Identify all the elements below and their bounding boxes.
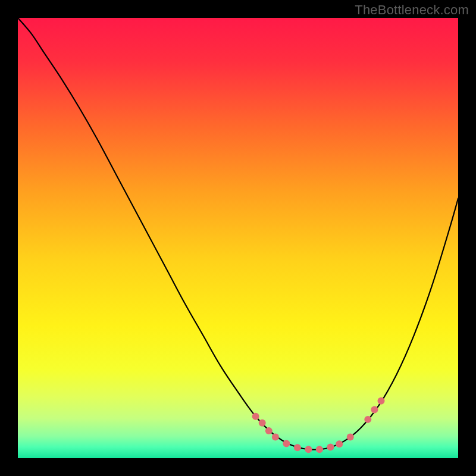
curve-marker <box>265 427 273 434</box>
plot-area <box>18 18 458 458</box>
attribution-text: TheBottleneck.com <box>355 2 469 18</box>
curve-marker <box>316 446 323 453</box>
curve-marker <box>283 440 290 447</box>
curve-marker <box>336 440 343 447</box>
curve-marker <box>272 433 279 440</box>
plot-svg <box>18 18 458 458</box>
curve-marker <box>378 397 385 405</box>
curve-marker <box>371 406 378 414</box>
curve-marker <box>259 419 266 427</box>
curve-marker <box>364 416 371 423</box>
curve-marker <box>347 433 354 440</box>
curve-marker <box>294 444 301 451</box>
curve-marker <box>305 446 312 453</box>
curve-marker <box>252 413 259 420</box>
curve-marker <box>327 444 334 451</box>
chart-stage: TheBottleneck.com <box>0 0 476 476</box>
